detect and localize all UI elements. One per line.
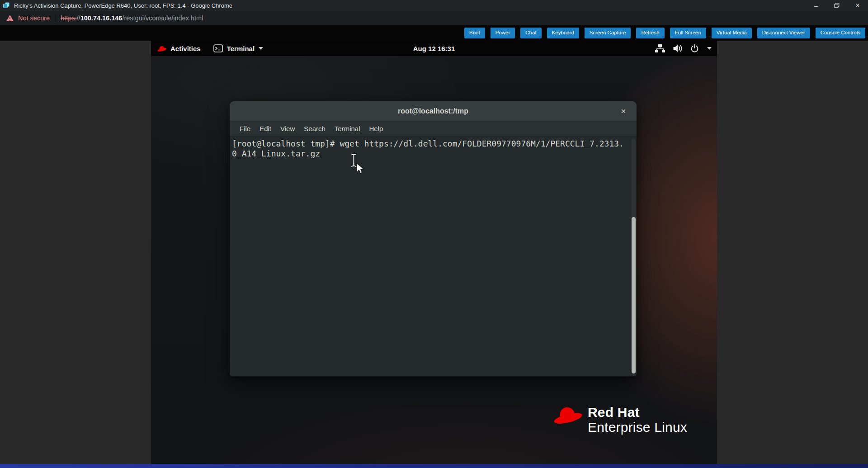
terminal-window: root@localhost:/tmp × File Edit View Sea… bbox=[230, 101, 637, 377]
chevron-down-icon bbox=[707, 47, 712, 50]
menu-view[interactable]: View bbox=[276, 125, 299, 132]
terminal-line: 0_A14_Linux.tar.gz bbox=[232, 149, 635, 159]
url-path: /restgui/vconsole/index.html bbox=[122, 14, 203, 22]
scrollbar-thumb[interactable] bbox=[632, 217, 636, 373]
redhat-branding: Red Hat Enterprise Linux bbox=[552, 402, 687, 435]
separator bbox=[55, 14, 55, 22]
scrollbar-track[interactable] bbox=[632, 139, 636, 373]
redhat-hat-icon bbox=[552, 402, 582, 426]
security-bar: Not secure https://100.74.16.146/restgui… bbox=[0, 11, 868, 25]
screen-capture-button[interactable]: Screen Capture bbox=[585, 28, 631, 38]
refresh-button[interactable]: Refresh bbox=[636, 28, 664, 38]
url-display[interactable]: https://100.74.16.146/restgui/vconsole/i… bbox=[61, 14, 203, 22]
system-tray[interactable] bbox=[655, 41, 717, 56]
close-icon[interactable]: × bbox=[617, 101, 630, 121]
terminal-screen[interactable]: [root@localhost tmp]# wget https://dl.de… bbox=[230, 136, 637, 376]
clock-button[interactable]: Aug 12 16:31 bbox=[413, 45, 455, 52]
url-host: 100.74.16.146 bbox=[80, 14, 123, 22]
window-controls: – × bbox=[806, 0, 868, 11]
gnome-topbar-left: Activities Terminal bbox=[151, 44, 263, 52]
chevron-down-icon bbox=[259, 47, 263, 50]
console-controls-button[interactable]: Console Controls bbox=[816, 28, 865, 38]
window-title: Ricky's Activision Capture, PowerEdge R6… bbox=[14, 2, 232, 9]
terminal-menubar: File Edit View Search Terminal Help bbox=[230, 121, 637, 136]
menu-file[interactable]: File bbox=[235, 125, 255, 132]
activities-button[interactable]: Activities bbox=[170, 45, 201, 52]
menu-terminal[interactable]: Terminal bbox=[330, 125, 365, 132]
chat-button[interactable]: Chat bbox=[520, 28, 541, 38]
screen: Ricky's Activision Capture, PowerEdge R6… bbox=[0, 0, 868, 468]
browser-titlebar[interactable]: Ricky's Activision Capture, PowerEdge R6… bbox=[0, 0, 868, 11]
terminal-app-icon bbox=[213, 44, 223, 52]
keyboard-button[interactable]: Keyboard bbox=[547, 28, 579, 38]
brand-line-2: Enterprise Linux bbox=[588, 419, 687, 435]
power-button[interactable]: Power bbox=[491, 28, 515, 38]
full-screen-button[interactable]: Full Screen bbox=[670, 28, 706, 38]
restore-icon[interactable] bbox=[826, 0, 847, 11]
brand-line-1: Red Hat bbox=[588, 405, 687, 419]
network-icon bbox=[655, 44, 665, 53]
not-secure-label[interactable]: Not secure bbox=[18, 14, 50, 22]
boot-button[interactable]: Boot bbox=[464, 28, 485, 38]
activities-redhat-icon bbox=[157, 45, 167, 52]
chrome-app-icon bbox=[3, 2, 10, 9]
taskbar-edge-strip bbox=[0, 464, 868, 468]
url-slashes: // bbox=[77, 14, 80, 22]
url-scheme: https: bbox=[61, 14, 76, 22]
menu-edit[interactable]: Edit bbox=[255, 125, 276, 132]
gnome-topbar: Activities Terminal Aug 12 16:31 bbox=[151, 41, 717, 56]
minimize-icon[interactable]: – bbox=[806, 0, 826, 11]
remote-console-viewport[interactable]: Activities Terminal Aug 12 16:31 bbox=[151, 41, 717, 468]
virtual-media-button[interactable]: Virtual Media bbox=[712, 28, 752, 38]
console-toolbar: Boot Power Chat Keyboard Screen Capture … bbox=[0, 25, 868, 41]
menu-help[interactable]: Help bbox=[365, 125, 388, 132]
terminal-line: [root@localhost tmp]# wget https://dl.de… bbox=[232, 139, 635, 149]
terminal-title: root@localhost:/tmp bbox=[398, 107, 468, 115]
power-icon bbox=[690, 44, 699, 53]
disconnect-viewer-button[interactable]: Disconnect Viewer bbox=[757, 28, 810, 38]
terminal-titlebar[interactable]: root@localhost:/tmp × bbox=[230, 101, 637, 121]
volume-icon bbox=[672, 44, 683, 53]
close-icon[interactable]: × bbox=[847, 0, 868, 11]
app-menu-label: Terminal bbox=[227, 45, 255, 52]
redhat-branding-text: Red Hat Enterprise Linux bbox=[588, 405, 687, 435]
menu-search[interactable]: Search bbox=[299, 125, 330, 132]
focused-app-menu[interactable]: Terminal bbox=[213, 44, 263, 52]
warning-icon bbox=[6, 14, 14, 22]
